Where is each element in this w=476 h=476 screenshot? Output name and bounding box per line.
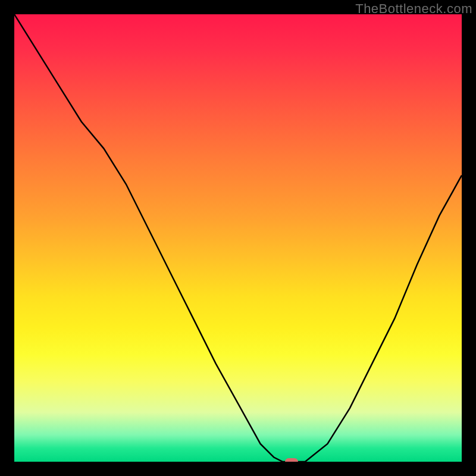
curve-svg	[14, 14, 462, 462]
bottleneck-curve-line	[14, 14, 462, 462]
optimum-marker	[285, 458, 298, 462]
plot-area	[14, 14, 462, 462]
chart-container: TheBottleneck.com	[0, 0, 476, 476]
